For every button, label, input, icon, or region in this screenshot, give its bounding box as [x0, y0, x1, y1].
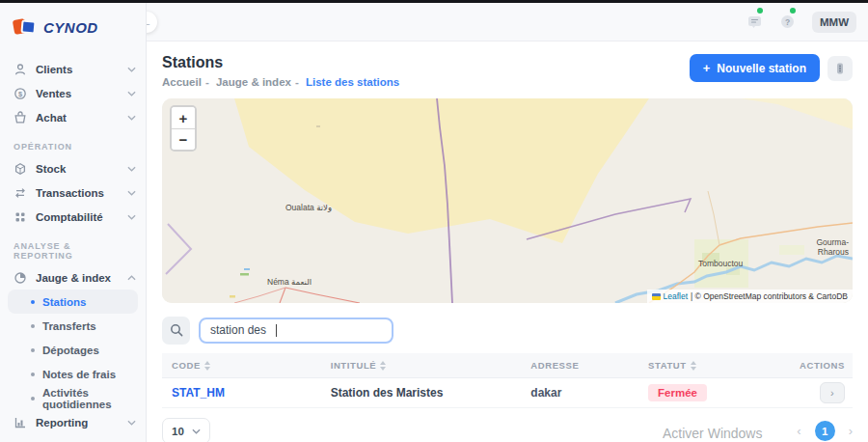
stations-map[interactable]: Oualata ولاتة Néma النعمة Tombouctou Gou… [162, 98, 853, 303]
breadcrumb-home[interactable]: Accueil [162, 76, 202, 88]
map-terrain: Oualata ولاتة Néma النعمة Tombouctou Gou… [162, 98, 853, 303]
station-address: dakar [521, 386, 638, 400]
sidebar-item-label: Reporting [36, 417, 119, 428]
search-input[interactable] [199, 318, 393, 344]
sidebar-item-activites-quotidiennes[interactable]: Activités quotidiennes [0, 386, 146, 410]
chevron-down-icon [127, 115, 136, 121]
plus-icon: + [703, 61, 711, 75]
help-icon: ? [779, 14, 796, 30]
table-row[interactable]: STAT_HM Station des Maristes dakar Fermé… [162, 378, 853, 408]
previous-page-button[interactable]: ‹ [797, 424, 800, 438]
sidebar-item-clients[interactable]: Clients [0, 57, 146, 81]
table-options-button[interactable] [827, 56, 853, 81]
sidebar: CYNOD Clients $ Ventes Achat OPÉRATION S… [0, 3, 147, 442]
sidebar-item-ventes[interactable]: $ Ventes [0, 81, 146, 105]
sidebar-item-label: Transactions [36, 187, 119, 199]
search-icon [170, 323, 183, 337]
page-title: Stations [162, 54, 399, 71]
map-label-gourma: Gourma- [816, 237, 849, 247]
column-header-code[interactable]: CODE [162, 360, 321, 371]
ukraine-flag-icon [652, 293, 661, 300]
map-attribution: Leaflet | © OpenStreetMap contributors &… [647, 290, 854, 303]
text-caret [276, 324, 277, 337]
column-header-statut[interactable]: STATUT [638, 360, 770, 371]
sort-icon[interactable] [380, 361, 386, 371]
breadcrumb: Accueil- Jauge & index- Liste des statio… [162, 76, 399, 88]
zoom-in-button[interactable]: + [172, 107, 195, 128]
sort-icon[interactable] [691, 361, 696, 371]
logo-icon [14, 17, 39, 37]
search-button[interactable] [162, 317, 190, 345]
svg-text:?: ? [785, 17, 790, 27]
sidebar-item-reporting[interactable]: Reporting [0, 410, 146, 434]
column-header-actions: ACTIONS [770, 360, 853, 371]
sidebar-item-label: Achat [36, 112, 119, 124]
sidebar-item-achat[interactable]: Achat [0, 105, 146, 129]
map-label-tombouctou: Tombouctou [698, 259, 744, 268]
sidebar-item-label: Stock [36, 163, 119, 175]
map-label-oualata: Oualata ولاتة [285, 203, 332, 212]
bullet-icon [31, 397, 35, 401]
help-button[interactable]: ? [779, 14, 797, 31]
table-header-row: CODE INTITULÉ ADRESSE STATUT ACTIONS [162, 353, 853, 378]
app-logo[interactable]: CYNOD [0, 3, 146, 41]
row-open-button[interactable]: › [820, 382, 845, 403]
page-size-value: 10 [172, 426, 184, 437]
transactions-icon [14, 186, 27, 200]
leaflet-link[interactable]: Leaflet [664, 291, 689, 301]
sidebar-item-label: Jauge & index [36, 272, 119, 284]
sidebar-item-label: Stations [42, 296, 86, 308]
zoom-out-button[interactable]: − [172, 128, 195, 150]
sidebar-item-depotages[interactable]: Dépotages [0, 338, 146, 362]
chevron-down-icon [127, 214, 136, 220]
messages-button[interactable] [746, 14, 764, 31]
app-bar: ← ? MMW [147, 3, 868, 41]
svg-text:$: $ [18, 89, 23, 97]
attribution-text: | © OpenStreetMap contributors & CartoDB [691, 291, 848, 301]
sidebar-item-transactions[interactable]: Transactions [0, 180, 146, 205]
chevron-right-icon: › [830, 387, 834, 399]
chevron-down-icon [127, 67, 136, 72]
clients-icon [14, 63, 27, 76]
sidebar-item-comptabilite[interactable]: Comptabilité [0, 205, 146, 229]
new-station-button[interactable]: + Nouvelle station [690, 54, 820, 82]
search-box [199, 318, 393, 344]
sidebar-item-notes-de-frais[interactable]: Notes de frais [0, 362, 146, 386]
sidebar-item-label: Notes de frais [42, 369, 116, 380]
chevron-up-icon [127, 275, 136, 281]
breadcrumb-section[interactable]: Jauge & index [216, 76, 291, 88]
sidebar-item-label: Dépotages [42, 345, 99, 356]
breadcrumb-current[interactable]: Liste des stations [306, 76, 399, 88]
map-label-nema: Néma النعمة [267, 277, 312, 287]
gauge-pie-icon [14, 271, 27, 285]
sidebar-section-analyse: ANALYSE & REPORTING [14, 241, 132, 261]
station-code-link[interactable]: STAT_HM [172, 386, 225, 400]
sidebar-item-label: Ventes [36, 88, 119, 99]
bullet-icon [31, 348, 35, 352]
sidebar-item-stations[interactable]: Stations [8, 290, 138, 314]
sidebar-item-transferts[interactable]: Transferts [0, 314, 146, 338]
chevron-down-icon [192, 428, 201, 434]
sidebar-item-label: Transferts [42, 320, 96, 332]
sort-icon[interactable] [204, 361, 210, 371]
chevron-down-icon [127, 166, 136, 172]
sales-icon: $ [14, 87, 27, 100]
sidebar-item-jauge-index[interactable]: Jauge & index [0, 265, 146, 290]
sidebar-item-stock[interactable]: Stock [0, 156, 146, 180]
chevron-down-icon [127, 420, 136, 426]
pagination: ‹ 1 › [797, 421, 853, 441]
sidebar-item-label: Comptabilité [36, 211, 119, 223]
column-header-intitule[interactable]: INTITULÉ [321, 360, 522, 371]
page-1-button[interactable]: 1 [815, 421, 835, 441]
sidebar-item-label: Clients [36, 64, 119, 75]
stock-cube-icon [14, 162, 27, 176]
user-avatar[interactable]: MMW [812, 12, 856, 33]
page-size-select[interactable]: 10 [162, 418, 210, 442]
bullet-icon [31, 373, 35, 376]
status-badge: Fermée [648, 384, 707, 401]
accounting-grid-icon [14, 210, 27, 224]
next-page-button[interactable]: › [849, 424, 853, 438]
new-station-label: Nouvelle station [717, 62, 806, 75]
windows-activation-watermark: Activer Windows [663, 426, 762, 441]
map-label-rharous: Rharous [818, 247, 849, 257]
